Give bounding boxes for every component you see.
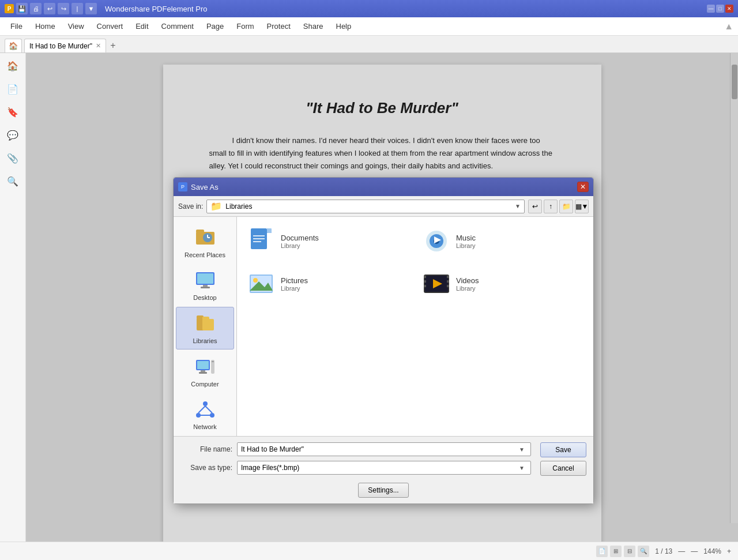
- recent-places-icon: [194, 226, 217, 249]
- pictures-type: Library: [281, 285, 308, 292]
- sidebar-home-icon[interactable]: 🏠: [6, 59, 20, 73]
- sidebar-attachment-icon[interactable]: 📎: [6, 151, 20, 165]
- nav-item-recent-places[interactable]: Recent Places: [176, 221, 234, 263]
- menu-share[interactable]: Share: [298, 20, 329, 33]
- menu-collapse-icon[interactable]: ▲: [724, 21, 733, 32]
- zoom-level: 144%: [703, 547, 721, 555]
- redo-toolbar-icon[interactable]: ↪: [58, 3, 69, 14]
- file-item-videos[interactable]: Videos Library: [418, 265, 588, 302]
- new-tab-button[interactable]: +: [106, 39, 120, 52]
- close-button[interactable]: ✕: [725, 5, 733, 13]
- sidebar-page-icon[interactable]: 📄: [6, 82, 20, 96]
- save-type-arrow-icon: ▼: [517, 465, 527, 471]
- pictures-file-icon: [247, 270, 275, 298]
- status-bar: 📄 ⊞ ⊟ 🔍 1 / 13 — — 144% +: [0, 542, 738, 560]
- nav-item-desktop[interactable]: Desktop: [176, 264, 234, 306]
- nav-label-recent-places: Recent Places: [184, 251, 225, 258]
- menu-edit[interactable]: Edit: [130, 20, 154, 33]
- home-tab-icon[interactable]: 🏠: [5, 39, 22, 52]
- status-grid-icon[interactable]: ⊞: [610, 546, 622, 557]
- file-item-documents[interactable]: Documents Library: [243, 223, 412, 260]
- menu-home[interactable]: Home: [29, 20, 61, 33]
- left-sidebar: 🏠 📄 🔖 💬 📎 🔍: [0, 53, 26, 542]
- nav-back-button[interactable]: ↩: [528, 200, 542, 213]
- dialog-body: Recent Places Deskt: [174, 217, 593, 436]
- save-type-value: Image Files(*.bmp): [241, 464, 517, 472]
- sidebar-search-icon[interactable]: 🔍: [6, 174, 20, 188]
- save-type-label: Save as type:: [180, 464, 232, 472]
- svg-rect-8: [197, 273, 213, 284]
- file-item-pictures[interactable]: Pictures Library: [243, 265, 412, 302]
- menu-help[interactable]: Help: [330, 20, 357, 33]
- print-toolbar-icon[interactable]: 🖨: [30, 3, 42, 14]
- sidebar-bookmark-icon[interactable]: 🔖: [6, 105, 20, 119]
- title-bar-left: P 💾 🖨 ↩ ↪ | ▼ Wondershare PDFelement Pro: [5, 3, 208, 14]
- svg-rect-43: [424, 285, 426, 287]
- documents-file-icon: [247, 227, 275, 255]
- status-right: 📄 ⊞ ⊟ 🔍 1 / 13 — — 144% +: [596, 546, 731, 557]
- nav-new-folder-button[interactable]: 📁: [559, 200, 573, 213]
- videos-file-info: Videos Library: [456, 276, 479, 292]
- minimize-button[interactable]: —: [707, 5, 715, 13]
- file-name-row: File name: It Had to Be Murder" ▼: [180, 442, 531, 456]
- dialog-title-left: P Save As: [178, 182, 219, 191]
- menu-comment[interactable]: Comment: [156, 20, 199, 33]
- file-name-input[interactable]: It Had to Be Murder" ▼: [237, 442, 531, 456]
- svg-rect-29: [253, 238, 265, 239]
- libraries-icon: [194, 312, 217, 335]
- location-dropdown[interactable]: 📁 Libraries ▼: [206, 200, 525, 213]
- menu-page[interactable]: Page: [201, 20, 229, 33]
- menu-bar: File Home View Convert Edit Comment Page…: [0, 17, 738, 36]
- status-page-icon[interactable]: 📄: [596, 546, 608, 557]
- menu-file[interactable]: File: [5, 20, 28, 33]
- page-info: 1 / 13: [655, 547, 672, 555]
- maximize-button[interactable]: □: [716, 5, 724, 13]
- tab-close-icon[interactable]: ✕: [96, 42, 101, 50]
- menu-protect[interactable]: Protect: [261, 20, 296, 33]
- menu-form[interactable]: Form: [231, 20, 259, 33]
- zoom-plus-button[interactable]: +: [727, 547, 731, 555]
- svg-point-19: [203, 401, 208, 406]
- videos-type: Library: [456, 285, 479, 292]
- file-name-dropdown-arrow[interactable]: ▼: [517, 446, 527, 453]
- status-layout-icon[interactable]: ⊟: [624, 546, 635, 557]
- nav-item-network[interactable]: Network: [176, 393, 234, 435]
- zoom-minus-button[interactable]: —: [691, 547, 698, 555]
- arrow-toolbar-icon[interactable]: ▼: [85, 3, 97, 14]
- dialog-app-icon: P: [178, 182, 187, 191]
- tab-label: It Had to Be Murder": [29, 42, 92, 50]
- settings-row: Settings...: [180, 483, 586, 498]
- desktop-icon: [194, 269, 217, 292]
- nav-up-button[interactable]: ↑: [544, 200, 558, 213]
- dialog-close-button[interactable]: ✕: [577, 182, 589, 192]
- nav-view-button[interactable]: ▦▼: [575, 200, 589, 213]
- save-toolbar-icon[interactable]: 💾: [16, 3, 28, 14]
- save-button[interactable]: Save: [540, 442, 586, 457]
- status-separator-left: —: [678, 547, 685, 555]
- settings-button[interactable]: Settings...: [358, 483, 408, 498]
- sidebar-comment-icon[interactable]: 💬: [6, 128, 20, 142]
- save-type-dropdown[interactable]: Image Files(*.bmp) ▼: [237, 461, 531, 475]
- file-item-music[interactable]: Music Library: [418, 223, 588, 260]
- nav-item-libraries[interactable]: Libraries: [176, 307, 234, 349]
- svg-line-22: [198, 406, 205, 413]
- document-tab[interactable]: It Had to Be Murder" ✕: [24, 39, 106, 52]
- svg-rect-27: [267, 228, 272, 233]
- svg-rect-42: [424, 280, 426, 283]
- menu-view[interactable]: View: [62, 20, 90, 33]
- file-name-label: File name:: [180, 445, 232, 453]
- menu-convert[interactable]: Convert: [91, 20, 129, 33]
- dialog-toolbar: Save in: 📁 Libraries ▼ ↩ ↑ 📁 ▦▼: [174, 196, 593, 217]
- cancel-button[interactable]: Cancel: [540, 461, 586, 476]
- nav-item-computer[interactable]: Computer: [176, 351, 234, 392]
- save-as-dialog: P Save As ✕ Save in: 📁 Libraries ▼ ↩: [173, 177, 594, 504]
- nav-label-computer: Computer: [191, 381, 219, 388]
- music-file-info: Music Library: [456, 234, 476, 249]
- status-zoom-icon[interactable]: 🔍: [638, 546, 649, 557]
- doc-area: "It Had to Be Murder" I didn't know thei…: [26, 53, 738, 542]
- dialog-bottom: File name: It Had to Be Murder" ▼ Save a…: [174, 436, 593, 503]
- svg-point-36: [253, 278, 258, 283]
- svg-rect-46: [447, 285, 449, 287]
- undo-toolbar-icon[interactable]: ↩: [44, 3, 55, 14]
- nav-label-libraries: Libraries: [193, 337, 217, 344]
